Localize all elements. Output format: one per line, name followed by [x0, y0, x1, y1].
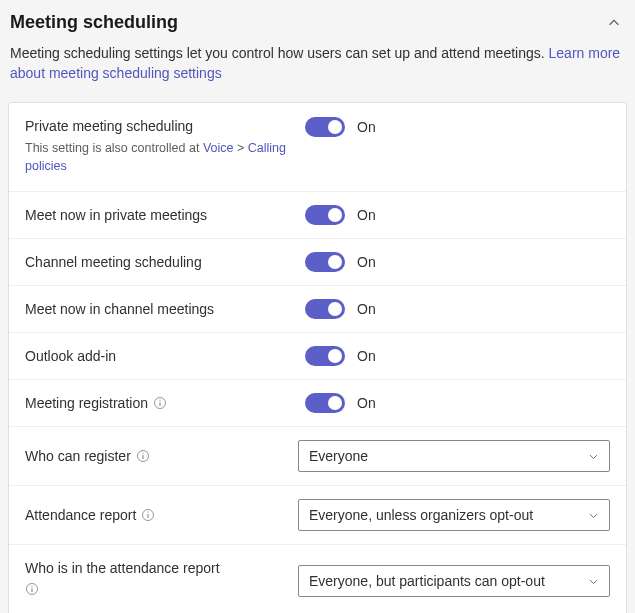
channel-meeting-toggle[interactable] [305, 252, 345, 272]
row-meet-now-private: Meet now in private meetings On [9, 191, 626, 238]
outlook-addin-toggle[interactable] [305, 346, 345, 366]
chevron-down-icon [587, 450, 599, 462]
sublabel-sep: > [233, 141, 247, 155]
setting-label: Meet now in channel meetings [25, 300, 295, 319]
intro-text: Meeting scheduling settings let you cont… [10, 45, 549, 61]
toggle-knob [328, 396, 342, 410]
private-meeting-toggle[interactable] [305, 117, 345, 137]
row-who-can-register: Who can register Everyone [9, 426, 626, 485]
toggle-state-label: On [357, 348, 376, 364]
select-value: Everyone, but participants can opt-out [309, 573, 545, 589]
info-icon[interactable] [136, 449, 150, 463]
meet-now-private-toggle[interactable] [305, 205, 345, 225]
meet-now-channel-toggle[interactable] [305, 299, 345, 319]
svg-point-2 [159, 400, 160, 401]
who-in-report-select[interactable]: Everyone, but participants can opt-out [298, 565, 610, 597]
svg-point-8 [148, 512, 149, 513]
chevron-down-icon [587, 509, 599, 521]
toggle-state-label: On [357, 301, 376, 317]
section-header: Meeting scheduling [8, 8, 627, 43]
who-can-register-select[interactable]: Everyone [298, 440, 610, 472]
setting-label: Private meeting scheduling [25, 117, 295, 136]
meeting-registration-toggle[interactable] [305, 393, 345, 413]
select-value: Everyone, unless organizers opt-out [309, 507, 533, 523]
setting-label: Outlook add-in [25, 347, 295, 366]
setting-label: Channel meeting scheduling [25, 253, 295, 272]
toggle-knob [328, 349, 342, 363]
collapse-chevron-up-icon[interactable] [603, 14, 625, 32]
select-value: Everyone [309, 448, 368, 464]
row-attendance-report: Attendance report Everyone, unless organ… [9, 485, 626, 544]
info-icon[interactable] [141, 508, 155, 522]
toggle-state-label: On [357, 207, 376, 223]
voice-link[interactable]: Voice [203, 141, 234, 155]
meeting-scheduling-page: Meeting scheduling Meeting scheduling se… [0, 0, 635, 613]
chevron-down-icon [587, 575, 599, 587]
toggle-state-label: On [357, 254, 376, 270]
toggle-knob [328, 208, 342, 222]
row-private-meeting-scheduling: Private meeting scheduling This setting … [9, 103, 626, 192]
svg-point-11 [31, 586, 32, 587]
setting-label: Meet now in private meetings [25, 206, 295, 225]
row-outlook-addin: Outlook add-in On [9, 332, 626, 379]
label-col: Private meeting scheduling This setting … [25, 117, 305, 176]
setting-label: Who is in the attendance report [25, 559, 288, 578]
sublabel-text: This setting is also controlled at [25, 141, 203, 155]
info-icon[interactable] [153, 396, 167, 410]
settings-card: Private meeting scheduling This setting … [8, 102, 627, 613]
setting-label: Attendance report [25, 506, 136, 525]
row-channel-meeting: Channel meeting scheduling On [9, 238, 626, 285]
section-description: Meeting scheduling settings let you cont… [8, 43, 627, 102]
toggle-state-label: On [357, 395, 376, 411]
toggle-knob [328, 120, 342, 134]
setting-label: Meeting registration [25, 394, 148, 413]
setting-sublabel: This setting is also controlled at Voice… [25, 140, 295, 175]
toggle-knob [328, 255, 342, 269]
svg-point-5 [142, 453, 143, 454]
section-title: Meeting scheduling [10, 12, 178, 33]
row-meet-now-channel: Meet now in channel meetings On [9, 285, 626, 332]
row-who-in-report: Who is in the attendance report Everyone… [9, 544, 626, 613]
setting-label: Who can register [25, 447, 131, 466]
toggle-state-label: On [357, 119, 376, 135]
attendance-report-select[interactable]: Everyone, unless organizers opt-out [298, 499, 610, 531]
row-meeting-registration: Meeting registration On [9, 379, 626, 426]
toggle-knob [328, 302, 342, 316]
info-icon[interactable] [25, 582, 39, 596]
